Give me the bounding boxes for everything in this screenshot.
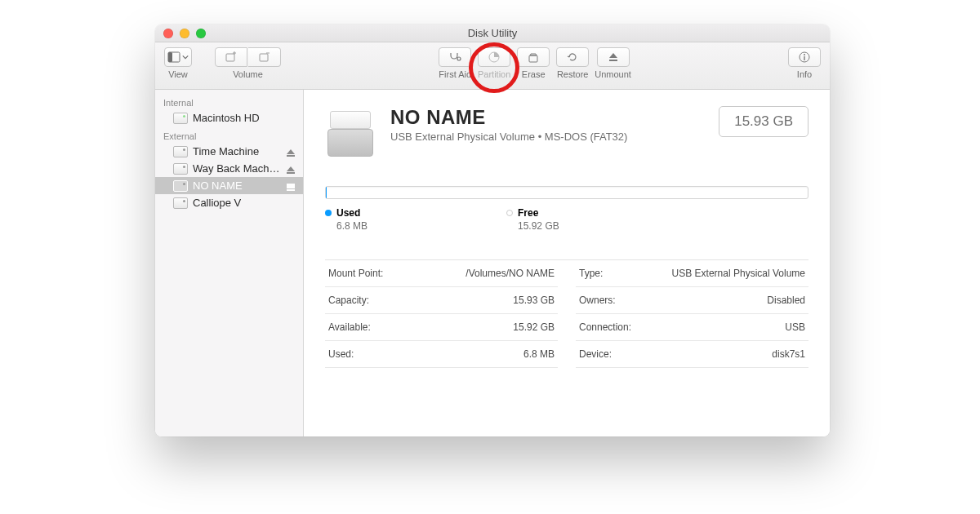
stethoscope-icon [448,51,461,64]
info-key: Available: [328,321,371,333]
volume-remove-icon [258,51,271,64]
info-row-owners: Owners: Disabled [576,287,808,314]
disk-utility-window: Disk Utility View Volume [155,24,830,436]
volume-label: Volume [233,69,263,79]
svg-rect-1 [168,52,172,62]
external-drive-icon [173,180,188,192]
info-value: /Volumes/NO NAME [466,268,555,279]
first-aid-label: First Aid [439,69,471,79]
window-body: Internal Macintosh HD External Time Mach… [155,90,830,436]
info-row-used: Used: 6.8 MB [325,341,558,368]
sidebar: Internal Macintosh HD External Time Mach… [155,90,304,436]
info-row-type: Type: USB External Physical Volume [576,260,808,287]
toolbar: View Volume First Aid [155,42,830,90]
info-key: Device: [579,348,612,360]
sidebar-external-header: External [155,126,303,143]
info-row-available: Available: 15.92 GB [325,314,558,341]
restore-icon [566,51,579,64]
info-value: 6.8 MB [523,348,555,360]
external-volume-icon [325,106,376,157]
info-icon [798,51,811,64]
eject-icon[interactable] [287,149,295,154]
first-aid-button[interactable] [439,47,471,67]
partition-label: Partition [478,69,510,79]
unmount-label: Unmount [595,69,631,79]
legend-used-value: 6.8 MB [325,220,368,232]
info-value: USB [785,321,805,333]
eject-icon [607,51,620,64]
usage-legend: Used 6.8 MB Free 15.92 GB [325,207,808,232]
volume-add-icon [225,51,238,64]
info-grid: Mount Point: /Volumes/NO NAME Capacity: … [325,259,808,368]
info-key: Owners: [579,295,616,306]
external-drive-icon [173,163,188,175]
add-volume-button[interactable] [215,47,247,67]
sidebar-item-label: NO NAME [193,179,243,192]
info-value: disk7s1 [772,348,805,360]
view-label: View [168,69,188,79]
sidebar-item-macintosh-hd[interactable]: Macintosh HD [155,109,303,126]
view-group: View [163,47,193,79]
info-key: Type: [579,268,603,279]
partition-button[interactable] [478,47,510,67]
erase-icon [527,51,540,64]
chevron-down-icon [182,54,189,60]
sidebar-item-label: Time Machine [193,145,259,157]
erase-button[interactable] [517,47,550,67]
main-pane: NO NAME USB External Physical Volume • M… [304,90,830,436]
info-key: Mount Point: [328,268,383,279]
unmount-button[interactable] [597,47,630,67]
svg-rect-3 [260,54,268,61]
svg-rect-8 [804,56,804,60]
info-col-left: Mount Point: /Volumes/NO NAME Capacity: … [325,260,558,368]
remove-volume-button[interactable] [248,47,281,67]
info-value: USB External Physical Volume [672,268,805,279]
legend-used-label: Used [336,207,360,219]
usage-bar [325,186,808,199]
info-label: Info [797,69,812,79]
legend-dot-used [325,210,332,216]
volume-title: NO NAME [390,106,627,129]
info-value: 15.92 GB [513,321,555,333]
info-key: Capacity: [328,295,369,306]
piechart-icon [488,51,501,64]
info-key: Used: [328,348,354,360]
info-value: Disabled [767,295,805,306]
info-key: Connection: [579,321,631,333]
info-row-capacity: Capacity: 15.93 GB [325,287,558,314]
info-col-right: Type: USB External Physical Volume Owner… [576,260,808,368]
titlebar: Disk Utility [155,24,830,42]
info-row-connection: Connection: USB [576,314,808,341]
eject-icon[interactable] [287,166,295,171]
view-button[interactable] [164,47,192,67]
internal-drive-icon [173,113,188,124]
legend-dot-free [506,210,513,216]
volume-group: Volume [214,47,282,79]
restore-label: Restore [557,69,589,79]
capacity-badge: 15.93 GB [719,106,808,137]
info-row-mount-point: Mount Point: /Volumes/NO NAME [325,260,558,287]
eject-icon[interactable] [287,184,295,188]
info-row-device: Device: disk7s1 [576,341,808,368]
sidebar-item-label: Way Back Mach… [193,162,279,175]
sidebar-item-time-machine[interactable]: Time Machine [155,143,303,160]
sidebar-item-no-name[interactable]: NO NAME [155,177,303,194]
legend-free-label: Free [518,207,538,219]
erase-label: Erase [522,69,546,79]
info-value: 15.93 GB [513,295,555,306]
window-title: Disk Utility [155,27,830,39]
volume-header: NO NAME USB External Physical Volume • M… [325,106,808,157]
sidebar-item-calliope[interactable]: Calliope V [155,194,303,211]
restore-button[interactable] [556,47,589,67]
info-button[interactable] [788,47,821,67]
sidebar-internal-header: Internal [155,93,303,109]
external-drive-icon [173,197,188,209]
svg-rect-5 [529,55,537,62]
volume-subtitle: USB External Physical Volume • MS-DOS (F… [390,131,627,143]
sidebar-item-label: Calliope V [193,197,241,209]
legend-free-value: 15.92 GB [506,220,559,232]
sidebar-icon [167,51,180,64]
svg-rect-2 [226,54,234,61]
sidebar-item-way-back[interactable]: Way Back Mach… [155,160,303,177]
svg-point-7 [804,54,805,55]
